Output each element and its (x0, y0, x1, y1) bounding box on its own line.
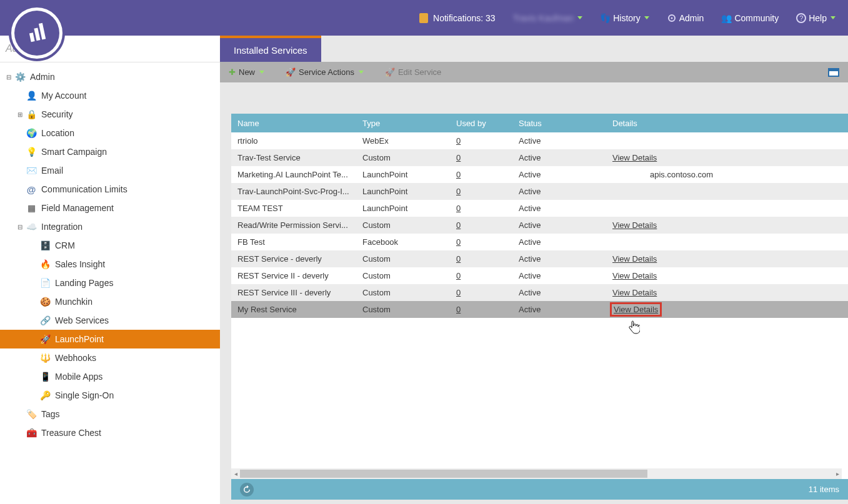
tree-item-webhooks[interactable]: 🔱Webhooks (0, 348, 220, 367)
tree-item-security[interactable]: ⊞🔒Security (0, 105, 220, 124)
cell-status: Active (512, 153, 606, 162)
used-by-link[interactable]: 0 (456, 136, 461, 146)
tree-item-tags[interactable]: 🏷️Tags (0, 405, 220, 423)
col-usedby-header[interactable]: Used by (450, 119, 512, 128)
tree-item-crm[interactable]: 🗄️CRM (0, 236, 220, 255)
tree-item-my-account[interactable]: 👤My Account (0, 86, 220, 105)
window-toggle-button[interactable] (828, 68, 839, 77)
col-type-header[interactable]: Type (356, 119, 450, 128)
table-row[interactable]: FB TestFacebook0Active (231, 234, 848, 250)
used-by-link[interactable]: 0 (456, 271, 461, 280)
used-by-link[interactable]: 0 (456, 237, 461, 247)
refresh-button[interactable] (240, 483, 254, 497)
used-by-link[interactable]: 0 (456, 220, 461, 230)
used-by-link[interactable]: 0 (456, 254, 461, 264)
expander-icon[interactable]: ⊟ (16, 224, 24, 230)
cell-type: Custom (356, 254, 450, 264)
col-details-header[interactable]: Details (606, 119, 848, 128)
view-details-link[interactable]: View Details (612, 254, 657, 264)
scroll-left-arrow[interactable]: ◂ (231, 468, 240, 479)
tree-item-launchpoint[interactable]: 🚀LaunchPoint (0, 330, 220, 348)
table-row[interactable]: My Rest ServiceCustom0ActiveView Details (231, 301, 848, 318)
expander-icon[interactable]: ⊞ (16, 111, 24, 118)
tree-item-admin[interactable]: ⊟⚙️Admin (0, 67, 220, 86)
item-count: 11 items (809, 485, 839, 494)
tree-item-sales-insight[interactable]: 🔥Sales Insight (0, 255, 220, 274)
used-by-link[interactable]: 0 (456, 170, 461, 179)
cell-status: Active (512, 305, 606, 314)
tree-item-munchkin[interactable]: 🍪Munchkin (0, 292, 220, 311)
tree-item-web-services[interactable]: 🔗Web Services (0, 311, 220, 330)
cell-status: Active (512, 136, 606, 146)
cell-type: LaunchPoint (356, 187, 450, 196)
table-row[interactable]: REST Service III - deverlyCustom0ActiveV… (231, 284, 848, 301)
tree-item-label: Security (41, 109, 73, 119)
tree-item-treasure-chest[interactable]: 🧰Treasure Chest (0, 423, 220, 442)
table-row[interactable]: Marketing.AI LaunchPoint Te...LaunchPoin… (231, 166, 848, 183)
cell-type: Custom (356, 153, 450, 162)
tree-item-location[interactable]: 🌍Location (0, 124, 220, 142)
used-by-link[interactable]: 0 (456, 204, 461, 213)
user-menu[interactable]: Travis Kaufman (513, 13, 583, 23)
tab-installed-services[interactable]: Installed Services (220, 36, 321, 62)
table-row[interactable]: REST Service II - deverlyCustom0ActiveVi… (231, 267, 848, 284)
view-details-link[interactable]: View Details (612, 288, 657, 297)
bulb-icon: 💡 (25, 147, 37, 157)
view-details-link[interactable]: View Details (612, 305, 659, 314)
tree-item-smart-campaign[interactable]: 💡Smart Campaign (0, 142, 220, 161)
history-menu[interactable]: 👣 History (600, 13, 649, 23)
scroll-right-arrow[interactable]: ▸ (833, 468, 842, 479)
cell-name: Trav-Test Service (231, 153, 356, 162)
scroll-thumb[interactable] (240, 470, 647, 478)
table-row[interactable]: Trav-LaunchPoint-Svc-Prog-I...LaunchPoin… (231, 183, 848, 200)
user-icon: 👤 (25, 91, 37, 101)
used-by-link[interactable]: 0 (456, 187, 461, 196)
help-menu[interactable]: ? Help (796, 13, 836, 23)
table-row[interactable]: rtrioloWebEx0Active (231, 132, 848, 149)
used-by-link[interactable]: 0 (456, 288, 461, 297)
notifications-link[interactable]: Notifications: 33 (419, 13, 496, 23)
col-name-header[interactable]: Name (231, 119, 356, 128)
community-link[interactable]: 👥 Community (721, 13, 779, 23)
mail-icon: ✉️ (25, 166, 37, 175)
cell-name: Trav-LaunchPoint-Svc-Prog-I... (231, 187, 356, 196)
cell-type: LaunchPoint (356, 170, 450, 179)
tree-item-email[interactable]: ✉️Email (0, 161, 220, 180)
table-row[interactable]: REST Service - deverlyCustom0ActiveView … (231, 250, 848, 267)
horizontal-scrollbar[interactable]: ◂ ▸ (231, 468, 842, 479)
tree-item-label: Sales Insight (55, 259, 105, 269)
view-details-link[interactable]: View Details (612, 220, 657, 230)
tree-item-communication-limits[interactable]: @Communication Limits (0, 180, 220, 199)
tree-item-single-sign-on[interactable]: 🔑Single Sign-On (0, 386, 220, 405)
chevron-down-icon (259, 71, 264, 74)
admin-link[interactable]: Admin (667, 13, 704, 23)
expander-icon[interactable]: ⊟ (5, 74, 12, 81)
used-by-link[interactable]: 0 (456, 305, 461, 314)
tree-item-landing-pages[interactable]: 📄Landing Pages (0, 274, 220, 292)
tree-item-mobile-apps[interactable]: 📱Mobile Apps (0, 367, 220, 386)
history-label: History (613, 13, 641, 23)
grid-footer: 11 items (231, 479, 848, 500)
mobile-icon: 📱 (39, 372, 51, 382)
view-details-link[interactable]: View Details (612, 153, 657, 162)
tree-item-label: Admin (30, 72, 55, 82)
cell-usedby: 0 (450, 237, 512, 247)
table-row[interactable]: Trav-Test ServiceCustom0ActiveView Detai… (231, 149, 848, 166)
tree-item-field-management[interactable]: ▦Field Management (0, 199, 220, 217)
cell-usedby: 0 (450, 271, 512, 280)
new-button[interactable]: ✚ New (229, 67, 264, 77)
cell-name: TEAM TEST (231, 204, 356, 213)
cell-type: WebEx (356, 136, 450, 146)
service-actions-button[interactable]: 🚀 Service Actions (286, 67, 364, 77)
col-status-header[interactable]: Status (512, 119, 606, 128)
view-details-link[interactable]: View Details (612, 271, 657, 280)
footprints-icon: 👣 (600, 13, 611, 23)
app-logo[interactable] (9, 5, 65, 61)
used-by-link[interactable]: 0 (456, 153, 461, 162)
at-icon: @ (25, 184, 37, 195)
table-row[interactable]: TEAM TESTLaunchPoint0Active (231, 200, 848, 217)
table-row[interactable]: Read/Write Permission Servi...Custom0Act… (231, 217, 848, 234)
tree-item-integration[interactable]: ⊟☁️Integration (0, 217, 220, 236)
help-icon: ? (796, 13, 806, 23)
tree-item-label: Tags (41, 409, 60, 419)
